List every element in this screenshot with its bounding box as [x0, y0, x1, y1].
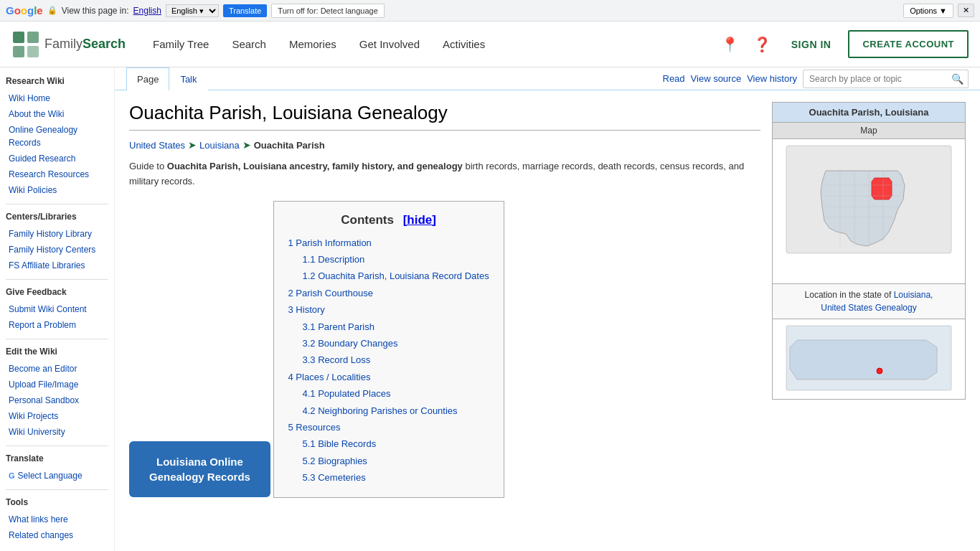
contents-link[interactable]: 1.2 Ouachita Parish, Louisiana Record Da…: [303, 270, 489, 281]
sidebar-item-wiki-home[interactable]: Wiki Home: [6, 90, 108, 106]
page-tabs: Page Talk Read View source View history …: [115, 67, 980, 90]
sign-in-button[interactable]: SIGN IN: [783, 33, 840, 56]
logo-text: FamilySearch: [44, 37, 126, 52]
map-caption-plain: Location in the state of: [805, 290, 894, 300]
nav-get-involved[interactable]: Get Involved: [349, 32, 430, 56]
sidebar-divider-4: [6, 446, 108, 446]
map-caption: Location in the state of Louisiana, Unit…: [773, 284, 965, 319]
nav-activities[interactable]: Activities: [433, 32, 495, 56]
contents-link[interactable]: 3.2 Boundary Changes: [303, 338, 398, 349]
language-select[interactable]: English ▾: [166, 4, 219, 17]
contents-link[interactable]: 5.2 Biographies: [303, 456, 367, 466]
tab-page[interactable]: Page: [126, 67, 169, 90]
translate-button[interactable]: Translate: [223, 4, 267, 17]
sidebar-item-wiki-policies[interactable]: Wiki Policies: [6, 182, 108, 198]
sidebar-item-affiliate-libraries[interactable]: FS Affiliate Libraries: [6, 258, 108, 273]
sidebar: Research Wiki Wiki Home About the Wiki O…: [0, 67, 115, 551]
lock-icon: 🔒: [47, 6, 57, 15]
header-actions: 📍 ❓ SIGN IN CREATE ACCOUNT: [718, 30, 969, 58]
sidebar-item-select-language[interactable]: G Select Language: [6, 468, 108, 484]
tab-actions: Read View source View history 🔍: [663, 70, 969, 88]
sidebar-item-personal-sandbox[interactable]: Personal Sandbox: [6, 392, 108, 408]
help-icon-button[interactable]: ❓: [750, 33, 774, 56]
sidebar-item-guided-research[interactable]: Guided Research: [6, 151, 108, 166]
contents-link[interactable]: 3.1 Parent Parish: [303, 321, 374, 332]
contents-link[interactable]: 5.3 Cemeteries: [303, 472, 366, 483]
content-area: Page Talk Read View source View history …: [115, 67, 980, 551]
sidebar-section-research-wiki: Research Wiki: [6, 76, 108, 86]
sidebar-item-submit-wiki[interactable]: Submit Wiki Content: [6, 301, 108, 317]
map-caption-link-louisiana[interactable]: Louisiana,: [894, 290, 933, 300]
sidebar-item-become-editor[interactable]: Become an Editor: [6, 361, 108, 377]
contents-link[interactable]: 1.1 Description: [303, 254, 365, 265]
sidebar-item-what-links-here[interactable]: What links here: [6, 512, 108, 527]
contents-link[interactable]: 2 Parish Courthouse: [288, 288, 374, 298]
contents-link[interactable]: 4.1 Populated Places: [303, 388, 391, 399]
close-button[interactable]: ✕: [958, 4, 974, 17]
contents-link[interactable]: 4.2 Neighboring Parishes or Counties: [303, 405, 458, 416]
svg-text:✦: ✦: [22, 39, 31, 51]
sidebar-divider-5: [6, 489, 108, 490]
page-title: Ouachita Parish, Louisiana Genealogy: [129, 102, 760, 131]
sidebar-item-fhc[interactable]: Family History Centers: [6, 242, 108, 258]
louisiana-records-button[interactable]: Louisiana Online Genealogy Records: [129, 441, 270, 497]
tab-view-history[interactable]: View history: [747, 73, 797, 84]
contents-link[interactable]: 4 Places / Localities: [288, 372, 371, 382]
tab-talk[interactable]: Talk: [169, 67, 207, 90]
contents-link[interactable]: 5.1 Bible Records: [303, 438, 377, 449]
location-icon-button[interactable]: 📍: [718, 33, 742, 56]
contents-link[interactable]: 1 Parish Information: [288, 237, 372, 248]
contents-hide-link[interactable]: [hide]: [403, 213, 436, 227]
contents-link[interactable]: 3.3 Record Loss: [303, 354, 371, 365]
view-text: View this page in:: [62, 6, 129, 16]
contents-link[interactable]: 5 Resources: [288, 422, 341, 433]
list-item: 4 Places / Localities: [288, 369, 489, 385]
intro-text: Guide to Ouachita Parish, Louisiana ance…: [129, 159, 760, 189]
nav-search[interactable]: Search: [222, 32, 276, 56]
options-button[interactable]: Options ▼: [903, 4, 953, 18]
breadcrumb-state[interactable]: Louisiana: [199, 140, 240, 151]
wiki-search-input[interactable]: [804, 71, 947, 87]
language-link[interactable]: English: [133, 6, 161, 16]
map-caption-link-us-genealogy[interactable]: United States Genealogy: [821, 303, 916, 313]
sidebar-section-tools: Tools: [6, 497, 108, 507]
sidebar-divider-3: [6, 339, 108, 339]
wiki-main: Ouachita Parish, Louisiana Genealogy Uni…: [129, 102, 760, 540]
nav-memories[interactable]: Memories: [279, 32, 347, 56]
breadcrumb-parish: Ouachita Parish: [254, 140, 325, 151]
sidebar-item-about-wiki[interactable]: About the Wiki: [6, 106, 108, 122]
sidebar-item-related-changes[interactable]: Related changes: [6, 527, 108, 543]
breadcrumb: United States ➤ Louisiana ➤ Ouachita Par…: [129, 139, 760, 151]
create-account-button[interactable]: CREATE ACCOUNT: [848, 30, 969, 58]
sidebar-section-translate: Translate: [6, 453, 108, 463]
map-infobox-title: Ouachita Parish, Louisiana: [773, 103, 965, 123]
contents-link[interactable]: 3 History: [288, 304, 325, 315]
logo-link[interactable]: ✦ FamilySearch: [11, 30, 126, 59]
sidebar-item-upload-file[interactable]: Upload File/Image: [6, 377, 108, 392]
svg-point-15: [877, 368, 882, 374]
list-item: 4.2 Neighboring Parishes or Counties: [288, 402, 489, 419]
tab-read[interactable]: Read: [663, 73, 685, 84]
breadcrumb-arrow-2: ➤: [242, 139, 251, 151]
contents-list: 1 Parish Information1.1 Description1.2 O…: [288, 235, 489, 486]
breadcrumb-us[interactable]: United States: [129, 140, 185, 151]
sidebar-item-fhl[interactable]: Family History Library: [6, 226, 108, 242]
sidebar-section-centers: Centers/Libraries: [6, 212, 108, 222]
turnoff-button[interactable]: Turn off for: Detect language: [271, 4, 384, 18]
tab-view-source[interactable]: View source: [691, 73, 742, 84]
map-infobox: Ouachita Parish, Louisiana Map: [772, 102, 966, 400]
sidebar-item-online-genealogy[interactable]: Online Genealogy Records: [6, 122, 108, 151]
sidebar-section-feedback: Give Feedback: [6, 287, 108, 297]
page-layout: Research Wiki Wiki Home About the Wiki O…: [0, 67, 980, 551]
list-item: 3.2 Boundary Changes: [288, 335, 489, 352]
sidebar-item-report-problem[interactable]: Report a Problem: [6, 317, 108, 333]
wiki-search-button[interactable]: 🔍: [947, 70, 968, 88]
sidebar-item-wiki-projects[interactable]: Wiki Projects: [6, 408, 108, 424]
list-item: 5.1 Bible Records: [288, 435, 489, 452]
nav-family-tree[interactable]: Family Tree: [143, 32, 219, 56]
map-svg-container-2: [773, 319, 965, 399]
list-item: 3 History: [288, 301, 489, 318]
sidebar-item-research-resources[interactable]: Research Resources: [6, 166, 108, 182]
contents-title: Contents [hide]: [288, 213, 489, 227]
sidebar-item-wiki-university[interactable]: Wiki University: [6, 424, 108, 440]
